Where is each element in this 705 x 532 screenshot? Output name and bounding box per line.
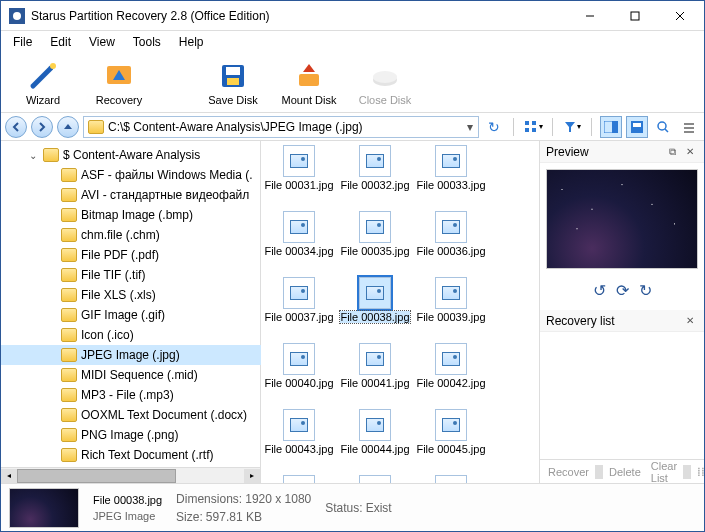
status-thumbnail	[9, 488, 79, 528]
close-disk-button: Close Disk	[351, 55, 419, 111]
tree-item-label: ASF - файлы Windows Media (.	[81, 168, 253, 182]
folder-icon	[61, 248, 77, 262]
file-item[interactable]: File 00044.jpg	[337, 409, 413, 473]
svg-point-1	[13, 12, 21, 20]
file-item[interactable]: File 00034.jpg	[261, 211, 337, 275]
image-icon	[359, 277, 391, 309]
file-item[interactable]: File 00038.jpg	[337, 277, 413, 341]
view-mode-button[interactable]: ▾	[522, 116, 544, 138]
file-item[interactable]: File 00033.jpg	[413, 145, 489, 209]
nav-forward-button[interactable]	[31, 116, 53, 138]
nav-back-button[interactable]	[5, 116, 27, 138]
tree-item[interactable]: File PDF (.pdf)	[1, 245, 261, 265]
filter-button[interactable]: ▾	[561, 116, 583, 138]
folder-icon	[61, 388, 77, 402]
refresh-button[interactable]: ↻	[483, 116, 505, 138]
file-item[interactable]: File 00047.jpg	[337, 475, 413, 483]
mount-disk-icon	[293, 60, 325, 92]
file-item[interactable]: File 00035.jpg	[337, 211, 413, 275]
image-icon	[435, 145, 467, 177]
file-item[interactable]: File 00037.jpg	[261, 277, 337, 341]
tree-item[interactable]: File XLS (.xls)	[1, 285, 261, 305]
window-title: Starus Partition Recovery 2.8 (Office Ed…	[31, 9, 567, 23]
file-item[interactable]: File 00048.jpg	[413, 475, 489, 483]
file-item[interactable]: File 00042.jpg	[413, 343, 489, 407]
mount-disk-button[interactable]: Mount Disk	[275, 55, 343, 111]
menu-help[interactable]: Help	[171, 33, 212, 51]
tree-item[interactable]: Bitmap Image (.bmp)	[1, 205, 261, 225]
maximize-button[interactable]	[612, 2, 657, 30]
nav-up-button[interactable]	[57, 116, 79, 138]
chevron-down-icon[interactable]: ▾	[462, 120, 478, 134]
menu-view[interactable]: View	[81, 33, 123, 51]
search-button[interactable]	[652, 116, 674, 138]
preview-toggle-button[interactable]	[600, 116, 622, 138]
file-item[interactable]: File 00036.jpg	[413, 211, 489, 275]
svg-rect-3	[631, 12, 639, 20]
tree-item[interactable]: PNG Image (.png)	[1, 425, 261, 445]
file-name: File 00045.jpg	[416, 443, 485, 455]
rotate-right-button[interactable]: ↻	[639, 281, 652, 300]
preview-close-button[interactable]: ✕	[682, 144, 698, 160]
tree-item[interactable]: GIF Image (.gif)	[1, 305, 261, 325]
path-box[interactable]: ▾	[83, 116, 479, 138]
file-item[interactable]: File 00041.jpg	[337, 343, 413, 407]
svg-rect-10	[226, 67, 240, 75]
tree-item[interactable]: AVI - стандартные видеофайл	[1, 185, 261, 205]
preview-popout-button[interactable]: ⧉	[664, 144, 680, 160]
image-icon	[283, 475, 315, 483]
recovery-list[interactable]	[540, 332, 704, 459]
recovery-list-options-button[interactable]: ⁞⁞	[693, 465, 704, 479]
menu-edit[interactable]: Edit	[42, 33, 79, 51]
rotate-left-button[interactable]: ↺	[593, 281, 606, 300]
close-button[interactable]	[657, 2, 702, 30]
rotate-180-button[interactable]: ⟳	[616, 281, 629, 300]
file-item[interactable]: File 00043.jpg	[261, 409, 337, 473]
folder-icon	[61, 288, 77, 302]
folder-icon	[61, 328, 77, 342]
file-item[interactable]: File 00045.jpg	[413, 409, 489, 473]
folder-icon	[43, 148, 59, 162]
file-name: File 00034.jpg	[264, 245, 333, 257]
recover-button[interactable]: Recover	[544, 466, 593, 478]
menu-tools[interactable]: Tools	[125, 33, 169, 51]
tree-item[interactable]: Rich Text Document (.rtf)	[1, 445, 261, 465]
delete-button[interactable]: Delete	[605, 466, 645, 478]
file-name: File 00041.jpg	[340, 377, 409, 389]
file-item[interactable]: File 00046.jpg	[261, 475, 337, 483]
file-item[interactable]: File 00040.jpg	[261, 343, 337, 407]
minimize-button[interactable]	[567, 2, 612, 30]
recovery-button[interactable]: Recovery	[85, 55, 153, 111]
tree-scrollbar[interactable]: ◂▸	[1, 467, 260, 483]
tree-item[interactable]: JPEG Image (.jpg)	[1, 345, 261, 365]
preview-controls: ↺ ⟳ ↻	[540, 275, 704, 310]
tree-item-root[interactable]: ⌄$ Content-Aware Analysis	[1, 145, 261, 165]
options-button[interactable]	[678, 116, 700, 138]
status-filename: File 00038.jpg	[93, 494, 162, 506]
svg-rect-15	[525, 121, 529, 125]
path-input[interactable]	[108, 120, 462, 134]
recovery-list-close-button[interactable]: ✕	[682, 313, 698, 329]
file-grid[interactable]: File 00031.jpgFile 00032.jpgFile 00033.j…	[261, 141, 539, 483]
save-disk-button[interactable]: Save Disk	[199, 55, 267, 111]
svg-rect-22	[633, 123, 641, 127]
folder-tree[interactable]: ⌄$ Content-Aware AnalysisASF - файлы Win…	[1, 141, 261, 467]
tree-item[interactable]: MIDI Sequence (.mid)	[1, 365, 261, 385]
save-view-button[interactable]	[626, 116, 648, 138]
menu-file[interactable]: File	[5, 33, 40, 51]
tree-item[interactable]: OOXML Text Document (.docx)	[1, 405, 261, 425]
file-item[interactable]: File 00039.jpg	[413, 277, 489, 341]
wizard-button[interactable]: Wizard	[9, 55, 77, 111]
tree-item[interactable]: File TIF (.tif)	[1, 265, 261, 285]
tree-item[interactable]: Icon (.ico)	[1, 325, 261, 345]
preview-image	[546, 169, 698, 269]
tree-item[interactable]: chm.file (.chm)	[1, 225, 261, 245]
image-icon	[283, 343, 315, 375]
clear-list-button[interactable]: Clear List	[647, 460, 681, 484]
file-item[interactable]: File 00031.jpg	[261, 145, 337, 209]
file-item[interactable]: File 00032.jpg	[337, 145, 413, 209]
tree-item-label: MP3 - File (.mp3)	[81, 388, 174, 402]
tree-item[interactable]: MP3 - File (.mp3)	[1, 385, 261, 405]
tree-item[interactable]: ASF - файлы Windows Media (.	[1, 165, 261, 185]
wand-icon	[27, 60, 59, 92]
